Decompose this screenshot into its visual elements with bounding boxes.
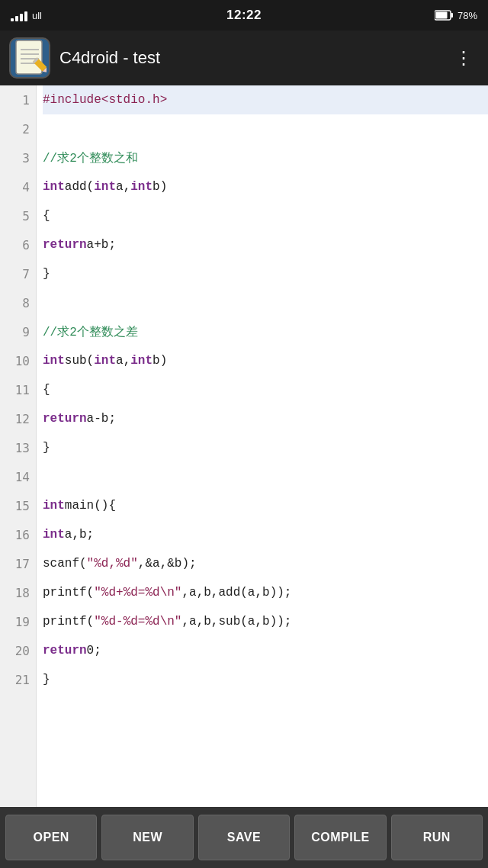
code-line[interactable]: } <box>43 433 488 462</box>
app-icon <box>9 37 50 79</box>
line-number: 20 <box>0 636 36 665</box>
keyword-token: int <box>130 180 152 194</box>
string-token: "%d,%d" <box>87 557 138 571</box>
code-line[interactable] <box>43 114 488 143</box>
toolbar-open-button[interactable]: OPEN <box>5 815 97 860</box>
bottom-toolbar: OPENNEWSAVECOMPILERUN <box>0 807 488 868</box>
keyword-token: return <box>43 238 87 252</box>
toolbar-run-button[interactable]: RUN <box>391 815 483 860</box>
plain-token: a,b; <box>65 528 94 542</box>
string-token: "%d+%d=%d\n" <box>94 586 181 600</box>
plain-token: ,&a,&b); <box>138 557 197 571</box>
comment-token: //求2个整数之和 <box>43 150 138 166</box>
plain-token: 0; <box>87 644 101 657</box>
line-number: 11 <box>0 375 36 404</box>
plain-token: } <box>43 673 50 686</box>
line-number: 12 <box>0 404 36 433</box>
line-number: 6 <box>0 230 36 259</box>
battery-percent: 78% <box>458 10 477 21</box>
keyword-token: int <box>43 528 65 542</box>
more-options-icon[interactable]: ⋮ <box>448 44 479 72</box>
plain-token: { <box>43 383 50 397</box>
plain-token: b) <box>152 354 167 368</box>
toolbar-new-button[interactable]: NEW <box>101 815 193 860</box>
line-number: 13 <box>0 433 36 462</box>
line-number: 2 <box>0 114 36 143</box>
code-line[interactable]: int a,b; <box>43 520 488 549</box>
code-line[interactable]: printf("%d-%d=%d\n",a,b,sub(a,b)); <box>43 607 488 636</box>
svg-rect-2 <box>435 12 447 19</box>
line-number: 9 <box>0 317 36 346</box>
code-line[interactable]: int add(int a,int b) <box>43 172 488 201</box>
app-icon-svg <box>13 39 47 77</box>
plain-token: ,a,b,sub(a,b)); <box>181 615 291 628</box>
line-number: 17 <box>0 549 36 578</box>
plain-token: a-b; <box>87 412 116 426</box>
plain-token: a+b; <box>87 238 116 252</box>
line-number: 18 <box>0 578 36 607</box>
keyword-token: int <box>43 180 65 194</box>
battery-icon <box>435 10 453 21</box>
code-line[interactable]: int sub(int a,int b) <box>43 346 488 375</box>
code-editor[interactable]: 123456789101112131415161718192021 #inclu… <box>0 85 488 807</box>
keyword-token: int <box>94 354 116 368</box>
line-number: 16 <box>0 520 36 549</box>
line-number: 1 <box>0 85 36 114</box>
code-line[interactable]: return a-b; <box>43 404 488 433</box>
code-line[interactable]: } <box>43 665 488 694</box>
code-line[interactable]: //求2个整数之差 <box>43 317 488 346</box>
carrier-text: ull <box>32 10 42 21</box>
app-title: C4droid - test <box>59 48 439 68</box>
code-line[interactable]: } <box>43 259 488 288</box>
keyword-token: int <box>43 354 65 368</box>
toolbar-save-button[interactable]: SAVE <box>198 815 290 860</box>
code-line[interactable] <box>43 462 488 491</box>
status-left: ull <box>11 9 42 21</box>
string-token: "%d-%d=%d\n" <box>94 615 181 628</box>
plain-token: b) <box>152 180 167 194</box>
svg-rect-1 <box>451 13 453 18</box>
plain-token: printf( <box>43 615 94 628</box>
code-content: 123456789101112131415161718192021 #inclu… <box>0 85 488 807</box>
keyword-token: return <box>43 412 87 426</box>
line-number: 4 <box>0 172 36 201</box>
code-line[interactable]: { <box>43 375 488 404</box>
line-number: 8 <box>0 288 36 317</box>
line-number: 15 <box>0 491 36 520</box>
svg-rect-3 <box>16 40 42 74</box>
code-line[interactable]: { <box>43 201 488 230</box>
code-lines[interactable]: #include<stdio.h>//求2个整数之和int add(int a,… <box>37 85 488 807</box>
line-number: 10 <box>0 346 36 375</box>
comment-token: //求2个整数之差 <box>43 324 138 340</box>
plain-token: scanf( <box>43 557 87 571</box>
code-line[interactable]: //求2个整数之和 <box>43 143 488 172</box>
code-line[interactable]: #include<stdio.h> <box>43 85 488 114</box>
status-right: 78% <box>435 10 477 21</box>
line-number: 14 <box>0 462 36 491</box>
plain-token: a, <box>116 180 130 194</box>
code-line[interactable]: int main(){ <box>43 491 488 520</box>
plain-token: main(){ <box>65 499 116 513</box>
plain-token: printf( <box>43 586 94 600</box>
app-bar: C4droid - test ⋮ <box>0 31 488 85</box>
code-line[interactable] <box>43 288 488 317</box>
code-line[interactable]: return a+b; <box>43 230 488 259</box>
plain-token: a, <box>116 354 130 368</box>
status-time: 12:22 <box>226 8 262 23</box>
plain-token: } <box>43 267 50 281</box>
plain-token: { <box>43 209 50 223</box>
preprocessor-token: #include<stdio.h> <box>43 93 167 107</box>
line-number: 7 <box>0 259 36 288</box>
keyword-token: return <box>43 644 87 657</box>
code-line[interactable]: printf("%d+%d=%d\n",a,b,add(a,b)); <box>43 578 488 607</box>
status-bar: ull 12:22 78% <box>0 0 488 31</box>
code-line[interactable]: scanf("%d,%d",&a,&b); <box>43 549 488 578</box>
line-number: 5 <box>0 201 36 230</box>
keyword-token: int <box>43 499 65 513</box>
signal-icon <box>11 9 27 21</box>
plain-token: add( <box>65 180 94 194</box>
plain-token: sub( <box>65 354 94 368</box>
plain-token: } <box>43 441 50 455</box>
code-line[interactable]: return 0; <box>43 636 488 665</box>
toolbar-compile-button[interactable]: COMPILE <box>294 815 386 860</box>
